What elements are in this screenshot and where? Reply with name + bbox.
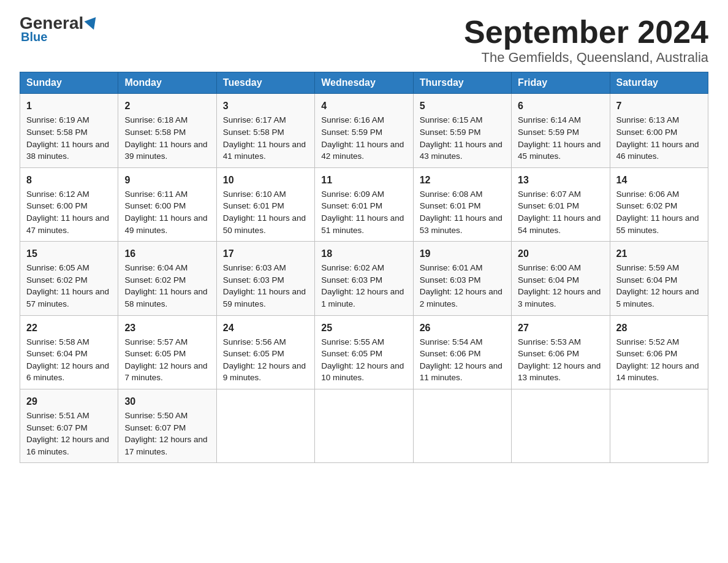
calendar-body: 1Sunrise: 6:19 AMSunset: 5:58 PMDaylight… — [20, 94, 708, 463]
day-number: 21 — [616, 247, 702, 261]
day-cell: 24Sunrise: 5:56 AMSunset: 6:05 PMDayligh… — [216, 315, 314, 389]
logo: General Blue — [20, 15, 98, 43]
day-cell — [216, 389, 314, 462]
day-cell: 15Sunrise: 6:05 AMSunset: 6:02 PMDayligh… — [20, 242, 118, 315]
day-cell: 27Sunrise: 5:53 AMSunset: 6:06 PMDayligh… — [512, 315, 610, 389]
day-number: 17 — [223, 247, 308, 261]
day-cell: 30Sunrise: 5:50 AMSunset: 6:07 PMDayligh… — [118, 389, 216, 462]
day-number: 23 — [124, 321, 210, 335]
day-number: 20 — [518, 247, 603, 261]
day-number: 2 — [124, 99, 210, 113]
logo-triangle-icon — [85, 17, 100, 32]
day-number: 6 — [518, 99, 603, 113]
calendar-table: SundayMondayTuesdayWednesdayThursdayFrid… — [20, 72, 708, 463]
day-cell: 17Sunrise: 6:03 AMSunset: 6:03 PMDayligh… — [216, 242, 314, 315]
day-cell: 11Sunrise: 6:09 AMSunset: 6:01 PMDayligh… — [315, 167, 413, 241]
header-tuesday: Tuesday — [216, 72, 314, 94]
day-number: 9 — [124, 173, 210, 187]
day-number: 27 — [518, 321, 603, 335]
day-cell: 18Sunrise: 6:02 AMSunset: 6:03 PMDayligh… — [315, 242, 413, 315]
day-cell: 28Sunrise: 5:52 AMSunset: 6:06 PMDayligh… — [610, 315, 708, 389]
header-thursday: Thursday — [413, 72, 511, 94]
header-row: SundayMondayTuesdayWednesdayThursdayFrid… — [20, 72, 708, 94]
day-cell: 3Sunrise: 6:17 AMSunset: 5:58 PMDaylight… — [216, 94, 314, 167]
day-number: 29 — [26, 394, 112, 408]
day-number: 11 — [321, 173, 406, 187]
header-friday: Friday — [512, 72, 610, 94]
day-cell: 4Sunrise: 6:16 AMSunset: 5:59 PMDaylight… — [315, 94, 413, 167]
calendar-header: SundayMondayTuesdayWednesdayThursdayFrid… — [20, 72, 708, 94]
day-cell: 2Sunrise: 6:18 AMSunset: 5:58 PMDaylight… — [118, 94, 216, 167]
day-cell: 6Sunrise: 6:14 AMSunset: 5:59 PMDaylight… — [512, 94, 610, 167]
day-cell: 10Sunrise: 6:10 AMSunset: 6:01 PMDayligh… — [216, 167, 314, 241]
day-number: 15 — [26, 247, 112, 261]
calendar-subtitle: The Gemfields, Queensland, Australia — [464, 50, 708, 66]
day-cell: 23Sunrise: 5:57 AMSunset: 6:05 PMDayligh… — [118, 315, 216, 389]
day-number: 1 — [26, 99, 112, 113]
day-number: 16 — [124, 247, 210, 261]
day-number: 8 — [26, 173, 112, 187]
day-cell: 20Sunrise: 6:00 AMSunset: 6:04 PMDayligh… — [512, 242, 610, 315]
week-row-4: 22Sunrise: 5:58 AMSunset: 6:04 PMDayligh… — [20, 315, 708, 389]
day-number: 22 — [26, 321, 112, 335]
title-block: September 2024 The Gemfields, Queensland… — [464, 15, 708, 66]
day-number: 25 — [321, 321, 406, 335]
day-cell: 5Sunrise: 6:15 AMSunset: 5:59 PMDaylight… — [413, 94, 511, 167]
day-number: 19 — [420, 247, 505, 261]
logo-general: General — [20, 15, 83, 32]
day-cell: 25Sunrise: 5:55 AMSunset: 6:05 PMDayligh… — [315, 315, 413, 389]
week-row-5: 29Sunrise: 5:51 AMSunset: 6:07 PMDayligh… — [20, 389, 708, 462]
week-row-1: 1Sunrise: 6:19 AMSunset: 5:58 PMDaylight… — [20, 94, 708, 167]
logo-text: General — [20, 15, 98, 32]
day-number: 24 — [223, 321, 308, 335]
day-number: 5 — [420, 99, 505, 113]
day-cell: 8Sunrise: 6:12 AMSunset: 6:00 PMDaylight… — [20, 167, 118, 241]
header-wednesday: Wednesday — [315, 72, 413, 94]
day-number: 7 — [616, 99, 702, 113]
day-cell — [610, 389, 708, 462]
day-number: 18 — [321, 247, 406, 261]
day-number: 30 — [124, 394, 210, 408]
header-saturday: Saturday — [610, 72, 708, 94]
day-cell: 29Sunrise: 5:51 AMSunset: 6:07 PMDayligh… — [20, 389, 118, 462]
week-row-2: 8Sunrise: 6:12 AMSunset: 6:00 PMDaylight… — [20, 167, 708, 241]
week-row-3: 15Sunrise: 6:05 AMSunset: 6:02 PMDayligh… — [20, 242, 708, 315]
header-monday: Monday — [118, 72, 216, 94]
day-cell: 9Sunrise: 6:11 AMSunset: 6:00 PMDaylight… — [118, 167, 216, 241]
header-sunday: Sunday — [20, 72, 118, 94]
day-cell: 21Sunrise: 5:59 AMSunset: 6:04 PMDayligh… — [610, 242, 708, 315]
day-cell: 19Sunrise: 6:01 AMSunset: 6:03 PMDayligh… — [413, 242, 511, 315]
day-cell: 12Sunrise: 6:08 AMSunset: 6:01 PMDayligh… — [413, 167, 511, 241]
logo-blue: Blue — [21, 31, 47, 43]
day-number: 26 — [420, 321, 505, 335]
day-number: 10 — [223, 173, 308, 187]
day-cell: 22Sunrise: 5:58 AMSunset: 6:04 PMDayligh… — [20, 315, 118, 389]
day-cell — [512, 389, 610, 462]
day-number: 3 — [223, 99, 308, 113]
day-number: 28 — [616, 321, 702, 335]
day-cell: 16Sunrise: 6:04 AMSunset: 6:02 PMDayligh… — [118, 242, 216, 315]
day-cell: 26Sunrise: 5:54 AMSunset: 6:06 PMDayligh… — [413, 315, 511, 389]
day-cell: 13Sunrise: 6:07 AMSunset: 6:01 PMDayligh… — [512, 167, 610, 241]
day-cell — [315, 389, 413, 462]
page-header: General Blue September 2024 The Gemfield… — [20, 15, 708, 66]
day-cell — [413, 389, 511, 462]
calendar-title: September 2024 — [464, 15, 708, 50]
day-cell: 14Sunrise: 6:06 AMSunset: 6:02 PMDayligh… — [610, 167, 708, 241]
day-cell: 1Sunrise: 6:19 AMSunset: 5:58 PMDaylight… — [20, 94, 118, 167]
day-number: 12 — [420, 173, 505, 187]
day-cell: 7Sunrise: 6:13 AMSunset: 6:00 PMDaylight… — [610, 94, 708, 167]
day-number: 14 — [616, 173, 702, 187]
day-number: 13 — [518, 173, 603, 187]
day-number: 4 — [321, 99, 406, 113]
